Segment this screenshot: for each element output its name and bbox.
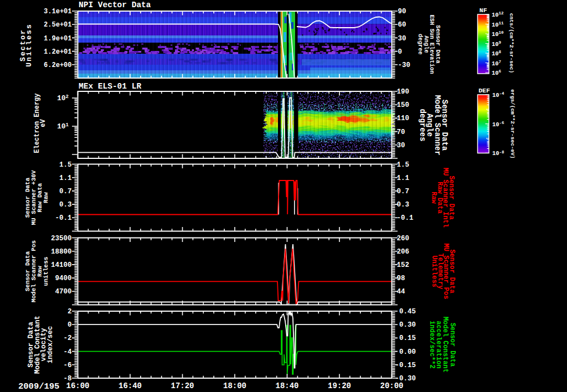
svg-text:1.2e+01: 1.2e+01 [44,48,71,56]
svg-text:0: 0 [68,321,72,329]
svg-text:-6: -6 [63,362,71,369]
svg-text:-2: -2 [63,334,71,342]
svg-text:190: 190 [397,88,410,96]
svg-text:70: 70 [397,128,405,136]
svg-text:NPI Vector Data: NPI Vector Data [79,1,151,9]
svg-text:1.5: 1.5 [59,161,72,169]
svg-text:Unitless: Unitless [25,23,33,66]
svg-text:16:00: 16:00 [66,381,89,390]
svg-text:1.9e+01: 1.9e+01 [44,35,71,43]
svg-text:90: 90 [398,8,406,16]
svg-text:18:00: 18:00 [223,381,246,390]
svg-text:30: 30 [397,142,405,149]
svg-text:0.45: 0.45 [399,308,416,316]
svg-text:2009/195: 2009/195 [18,381,59,391]
svg-text:0.00: 0.00 [399,348,416,356]
svg-text:0: 0 [398,48,403,56]
svg-text:NF: NF [480,7,487,14]
svg-text:2.5e+01: 2.5e+01 [44,21,71,29]
svg-text:0.3: 0.3 [59,201,72,209]
svg-text:0.7: 0.7 [59,188,72,195]
svg-text:152: 152 [397,261,410,269]
svg-text:3.1e+01: 3.1e+01 [44,8,71,16]
svg-text:-30: -30 [398,61,411,69]
svg-text:0.30: 0.30 [399,321,416,329]
svg-text:index/sec: index/sec [47,326,54,364]
svg-text:98: 98 [397,275,405,282]
svg-text:0.7: 0.7 [397,188,410,195]
svg-text:cnts/(cm**2-sr-sec): cnts/(cm**2-sr-sec) [508,13,514,73]
svg-text:260: 260 [397,235,410,243]
svg-text:Unitless: Unitless [430,255,438,287]
svg-text:index/sec**2: index/sec**2 [428,321,436,368]
svg-text:206: 206 [397,248,410,256]
svg-text:eV: eV [39,119,47,127]
svg-text:2: 2 [68,308,72,316]
svg-text:-4: -4 [63,348,72,356]
svg-text:Raw: Raw [43,192,49,203]
svg-text:16:40: 16:40 [118,381,142,390]
svg-text:18800: 18800 [51,248,72,256]
svg-text:4700: 4700 [55,288,71,296]
svg-text:degree: degree [417,34,424,55]
svg-text:110: 110 [397,115,410,122]
svg-text:9400: 9400 [55,275,71,282]
svg-text:30: 30 [398,35,406,43]
svg-text:0.15: 0.15 [399,334,416,342]
svg-text:23500: 23500 [51,235,72,243]
svg-text:1.1: 1.1 [59,174,72,182]
svg-text:ergs/(cm**2-sr-sec-eV): ergs/(cm**2-sr-sec-eV) [509,89,516,158]
svg-text:MEx ELS-01 LR: MEx ELS-01 LR [79,82,141,91]
svg-text:60: 60 [398,21,406,29]
svg-text:19:20: 19:20 [328,381,351,390]
svg-text:-0.1: -0.1 [55,214,71,222]
svg-text:unitless: unitless [43,257,49,286]
svg-text:6.2e+00: 6.2e+00 [44,61,71,69]
svg-text:degrees: degrees [418,109,427,142]
svg-text:0.3: 0.3 [397,201,410,209]
svg-text:1.1: 1.1 [397,174,410,182]
svg-text:Raw: Raw [430,192,437,204]
svg-text:-0.1: -0.1 [397,214,414,222]
svg-text:14100: 14100 [51,261,72,269]
svg-text:44: 44 [397,288,406,296]
svg-text:150: 150 [397,101,410,109]
svg-text:20:00: 20:00 [380,381,403,390]
svg-text:DEF: DEF [478,87,490,94]
svg-text:-0.15: -0.15 [395,362,416,369]
svg-text:18:40: 18:40 [275,381,298,390]
svg-text:17:20: 17:20 [171,381,194,390]
svg-text:1.5: 1.5 [397,161,410,169]
